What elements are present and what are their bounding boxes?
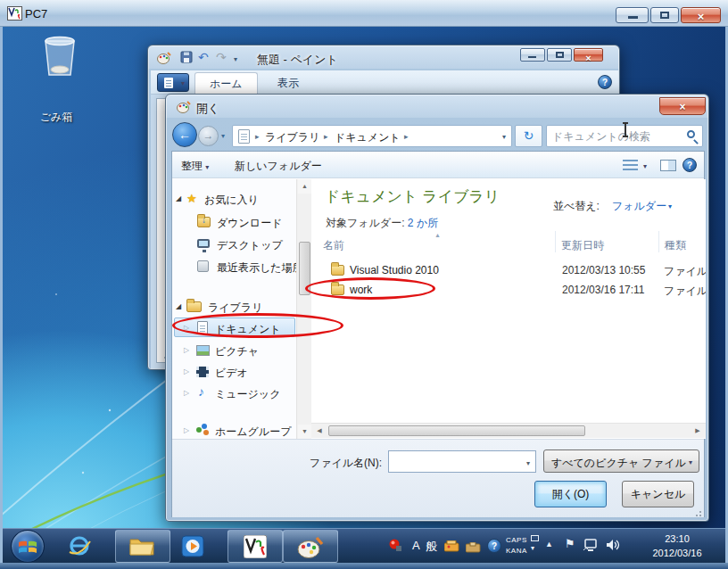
ime-help-icon[interactable]: ? <box>487 539 501 553</box>
sidebar-item-videos[interactable]: ▷ ビデオ <box>172 363 296 381</box>
paint-tab-home[interactable]: ホーム <box>194 72 258 94</box>
filename-combo[interactable]: ▾ <box>388 450 536 473</box>
collapsed-icon[interactable]: ▷ <box>184 367 189 375</box>
dialog-app-icon <box>177 100 191 114</box>
paint-maximize-button[interactable] <box>547 48 572 62</box>
dialog-help-icon[interactable]: ? <box>682 158 697 172</box>
vnc-maximize-button[interactable] <box>650 7 679 23</box>
ime-window-icon[interactable] <box>531 535 539 541</box>
volume-icon[interactable] <box>606 539 620 555</box>
includes-link[interactable]: 2 か所 <box>408 217 438 229</box>
column-header-name[interactable]: 名前 <box>323 238 344 253</box>
scroll-left-icon[interactable]: ◀ <box>312 425 327 437</box>
kana-indicator[interactable]: KANA <box>506 547 527 555</box>
search-input[interactable] <box>552 128 677 144</box>
show-hidden-icons[interactable]: ▲ <box>545 540 553 548</box>
taskbar: A 般 ? CAPS KANA ▾ ▲ ⚑ 23:10 2012/03/ <box>3 528 725 563</box>
ime-tools-icon[interactable] <box>444 540 459 556</box>
collapsed-icon[interactable]: ▷ <box>184 346 189 354</box>
column-separator[interactable] <box>555 231 556 252</box>
sidebar-scrollbar[interactable]: ▲ ▼ <box>296 179 311 439</box>
taskbar-paint-button[interactable] <box>283 530 338 563</box>
scroll-down-icon[interactable]: ▼ <box>298 425 311 439</box>
crumb-separator-icon: ▸ <box>404 132 409 141</box>
sidebar-item-music[interactable]: ▷ ♪ ミュージック <box>172 384 296 402</box>
paint-tab-view[interactable]: 表示 <box>263 72 313 94</box>
recycle-bin-icon <box>40 34 79 78</box>
clock-date: 2012/03/16 <box>638 546 716 560</box>
collapsed-icon[interactable]: ▷ <box>184 426 189 434</box>
breadcrumb-libraries[interactable]: ライブラリ <box>265 130 319 145</box>
taskbar-explorer-button[interactable] <box>115 530 170 563</box>
paint-menu-button[interactable]: ▾ <box>157 73 189 92</box>
scroll-right-icon[interactable]: ▶ <box>691 425 705 437</box>
recent-pages-dropdown-icon[interactable]: ▾ <box>221 132 225 140</box>
sidebar-item-recent-places[interactable]: 最近表示した場所 <box>172 258 296 276</box>
filetype-dropdown[interactable]: すべてのピクチャ ファイル ▾ <box>543 449 699 473</box>
ime-dictionary-icon[interactable] <box>466 540 481 557</box>
filename-input[interactable] <box>393 454 517 469</box>
start-button[interactable] <box>11 530 45 563</box>
scrollbar-thumb[interactable] <box>328 425 585 436</box>
action-center-flag-icon[interactable]: ⚑ <box>565 537 575 550</box>
sidebar-item-homegroup[interactable]: ▷ ホームグループ <box>172 422 296 439</box>
desktop-icon <box>197 239 210 248</box>
new-folder-button[interactable]: 新しいフォルダー <box>235 157 322 175</box>
search-icon[interactable] <box>687 130 695 138</box>
ime-options-dropdown-icon[interactable]: ▾ <box>531 544 534 552</box>
column-separator[interactable] <box>658 231 659 252</box>
expanded-icon[interactable]: ◢ <box>176 302 181 310</box>
taskbar-vnc-button[interactable] <box>228 530 283 563</box>
taskbar-clock[interactable]: 23:10 2012/03/16 <box>638 532 716 560</box>
paint-minimize-button[interactable] <box>520 48 545 62</box>
recycle-bin-desktop-icon[interactable]: ごみ箱 <box>37 34 83 102</box>
sidebar-item-pictures[interactable]: ▷ ピクチャ <box>172 342 296 359</box>
annotation-ellipse-documents <box>172 313 343 338</box>
undo-icon[interactable]: ↶ <box>198 50 209 64</box>
vnc-close-button[interactable]: × <box>681 7 721 23</box>
sidebar-item-desktop[interactable]: デスクトップ <box>172 235 296 253</box>
change-view-dropdown-icon[interactable]: ▾ <box>643 162 647 170</box>
expanded-icon[interactable]: ◢ <box>176 194 181 202</box>
file-list-pane: ドキュメント ライブラリ 並べ替え: フォルダー ▾ 対象フォルダー: 2 か所… <box>311 179 706 439</box>
collapsed-icon[interactable]: ▷ <box>184 389 189 397</box>
homegroup-icon <box>196 424 211 436</box>
sort-ascending-icon: ▲ <box>434 232 441 238</box>
save-icon[interactable] <box>180 51 194 65</box>
breadcrumb-documents[interactable]: ドキュメント <box>335 130 401 145</box>
ime-conversion-indicator[interactable]: 般 <box>426 539 437 555</box>
refresh-button[interactable]: ↻ <box>515 125 542 147</box>
cancel-button[interactable]: キャンセル <box>622 481 694 507</box>
taskbar-internet-explorer-icon[interactable] <box>67 534 92 561</box>
preview-pane-icon[interactable] <box>660 160 676 171</box>
qat-dropdown-icon[interactable]: ▾ <box>234 55 237 63</box>
taskbar-media-player-icon[interactable] <box>181 535 204 561</box>
column-header-modified[interactable]: 更新日時 <box>561 238 604 253</box>
arrange-dropdown-icon[interactable]: ▾ <box>668 202 672 210</box>
sidebar-item-favorites[interactable]: ◢ ★ お気に入り <box>172 190 296 208</box>
arrange-by-value[interactable]: フォルダー <box>612 199 666 214</box>
column-header-type[interactable]: 種類 <box>665 238 686 253</box>
caps-indicator[interactable]: CAPS <box>506 536 527 544</box>
horizontal-scrollbar[interactable]: ◀ ▶ <box>311 423 706 438</box>
resize-grip[interactable] <box>694 509 701 516</box>
dialog-close-button[interactable]: × <box>659 97 706 115</box>
back-button[interactable]: ← <box>172 122 197 147</box>
vnc-minimize-button[interactable] <box>616 7 649 23</box>
open-button[interactable]: 開く(O) <box>534 481 607 507</box>
vnc-titlebar[interactable]: PC7 × <box>0 0 728 27</box>
tray-vnc-server-icon[interactable] <box>389 539 401 551</box>
organize-button[interactable]: 整理 ▾ <box>181 157 209 175</box>
clock-time: 23:10 <box>638 532 716 546</box>
change-view-icon[interactable] <box>623 160 638 171</box>
pictures-icon <box>196 345 210 356</box>
paint-close-button[interactable]: × <box>574 48 603 62</box>
address-dropdown-icon[interactable]: ▾ <box>502 133 506 141</box>
network-icon[interactable] <box>583 539 599 556</box>
ime-mode-indicator[interactable]: A <box>412 539 420 552</box>
scroll-up-icon[interactable]: ▲ <box>298 179 311 194</box>
filename-dropdown-icon[interactable]: ▾ <box>526 459 530 467</box>
breadcrumb[interactable]: ▸ ライブラリ ▸ ドキュメント ▸ ▾ <box>232 125 512 147</box>
paint-help-icon[interactable]: ? <box>598 75 612 89</box>
sidebar-item-downloads[interactable]: ↓ ダウンロード <box>172 213 296 231</box>
